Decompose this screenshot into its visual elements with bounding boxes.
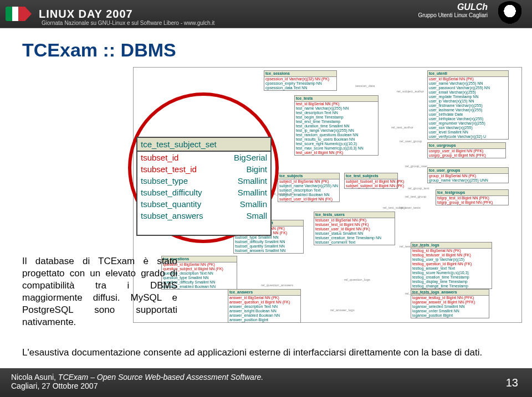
zoom-field-row: tsubset_test_idBigint (137, 163, 270, 175)
relation-label: rel_user_group (400, 140, 422, 143)
relation-label: session_data (355, 84, 375, 87)
organization-name: GULCh (418, 2, 488, 12)
db-table-usrgroups: tce_usrgroupsusrgrp_user_id Bigint NN (P… (427, 142, 506, 158)
relation-label: rel_answer_logs (330, 308, 355, 312)
organization-subtitle: Gruppo Utenti Linux Cagliari (418, 12, 488, 18)
page-number: 13 (506, 377, 518, 389)
tux-penguin-icon (496, 1, 524, 26)
db-table-subjects: tce_subjectssubject_id BigSerial NN (PK)… (278, 173, 340, 202)
zoom-field-row: tsubset_typeSmallint (137, 175, 270, 187)
paragraph-1: Il database di TCExam è stato progettato… (22, 255, 177, 329)
slide-content: TCExam :: DBMS tce_test_subject_set tsub… (0, 28, 532, 89)
footer-bar: Nicola Asuni, TCExam – Open Source Web-b… (0, 368, 532, 397)
zoom-field-row: tsubset_quantitySmallin (137, 198, 270, 210)
db-table-utenti: tce_utentiuser_id BigSerial NN (PK)user_… (427, 70, 509, 140)
zoom-field-row: tsubset_idBigSerial (137, 152, 270, 163)
event-subtitle: Giornata Nazionale su GNU-Linux e sul So… (42, 20, 214, 26)
header-bar: LINUX DAY 2007 Giornata Nazionale su GNU… (0, 0, 532, 28)
db-table-answers: tce_answersanswer_id BigSerial NN (PK)an… (228, 289, 301, 323)
zoom-table-name: tce_test_subject_set (137, 138, 270, 152)
relation-label: rel_question_answers (261, 283, 293, 287)
zoom-detail-box: tce_test_subject_set tsubset_idBigSerial… (136, 137, 272, 236)
slide-heading: TCExam :: DBMS (22, 39, 510, 61)
relation-label: rel_testuser_logs (400, 245, 425, 248)
zoom-field-row: tsubset_difficultySmallint (137, 187, 270, 198)
relation-label: rel_subject_author (397, 90, 424, 93)
db-table-testusers: tce_tests_userstestuser_id BigSerial NN … (314, 212, 395, 245)
relation-label: rel_group_test (408, 187, 429, 190)
db-table-sessions: tce_sessionscpsession_id Varchar(x)(32) … (264, 70, 337, 91)
db-table-usergroups: tce_user_groupsgroup_id BigSerial NN (PK… (427, 167, 509, 183)
event-title: LINUX DAY 2007 (39, 8, 133, 20)
zoom-field-row: tsubset_answersSmall (137, 210, 270, 221)
relation-label: rel_testlog_answers (405, 292, 434, 295)
relation-label: rel_subject_set (272, 192, 294, 195)
er-diagram: tce_test_subject_set tsubset_idBigSerial… (133, 67, 522, 323)
relation-label: rel_test_author (391, 126, 413, 129)
paragraph-2: L'esaustiva documentazione consente ad a… (22, 347, 510, 359)
relation-label: rel_user_tests (400, 206, 421, 209)
db-table-testslogs: tce_tests_logstestlog_id BigSerial NN (P… (411, 242, 492, 289)
relation-label: rel_test_group (405, 195, 426, 198)
db-table-tests: tce_teststest_id BigSerial NN (PK)test_n… (294, 95, 378, 156)
db-table-testsubjects: tce_test_subjectssubjset_tsubset_id Bigi… (344, 173, 398, 189)
db-table-testgroups: tce_testgroupststgrp_test_id Bigint NN (… (436, 189, 509, 205)
italy-flag-icon (6, 7, 25, 21)
organization-block: GULCh Gruppo Utenti Linux Cagliari (418, 2, 488, 18)
relation-label: rel_question_logs (344, 278, 370, 281)
footer-line2: Cagliari, 27 Ottobre 2007 (11, 381, 521, 390)
footer-line1: Nicola Asuni, TCExam – Open Source Web-b… (11, 373, 521, 381)
relation-label: rel_group_user (405, 164, 427, 168)
